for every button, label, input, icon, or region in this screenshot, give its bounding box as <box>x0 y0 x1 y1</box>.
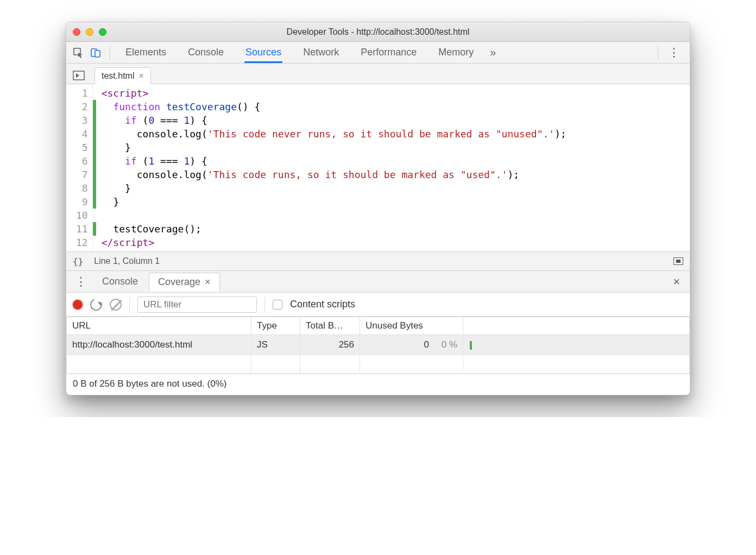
coverage-table: URL Type Total B… Unused Bytes http://lo… <box>66 317 690 374</box>
cell-type: JS <box>251 335 300 355</box>
cell-unused: 0 0 % <box>360 335 463 355</box>
cursor-position: Line 1, Column 1 <box>94 256 160 266</box>
file-tab-bar: test.html × <box>66 64 690 84</box>
tab-performance[interactable]: Performance <box>350 42 427 63</box>
tab-console[interactable]: Console <box>177 42 235 63</box>
tab-network[interactable]: Network <box>292 42 350 63</box>
code-line: } <box>102 195 566 209</box>
cell-total: 256 <box>300 335 360 355</box>
settings-menu-icon[interactable]: ⋮ <box>663 46 685 60</box>
file-tab-test-html[interactable]: test.html × <box>94 67 151 84</box>
code-line: console.log('This code never runs, so it… <box>102 127 566 141</box>
line-number: 5 <box>66 141 92 154</box>
close-icon[interactable]: × <box>138 71 143 81</box>
code-line: </script> <box>102 236 566 249</box>
line-number-gutter: 123456789101112 <box>66 84 93 251</box>
table-header-row: URL Type Total B… Unused Bytes <box>67 317 690 335</box>
line-number: 7 <box>66 168 92 181</box>
code-line: <script> <box>102 86 566 100</box>
line-number: 6 <box>66 154 92 168</box>
tab-elements[interactable]: Elements <box>115 42 177 63</box>
table-row[interactable]: http://localhost:3000/test.html JS 256 0… <box>67 335 690 355</box>
content-scripts-checkbox[interactable] <box>273 300 282 310</box>
toolbar-divider <box>129 297 130 312</box>
table-row <box>67 355 690 374</box>
code-line: function testCoverage() { <box>102 100 566 113</box>
svg-rect-2 <box>95 51 100 57</box>
code-line: } <box>102 181 566 195</box>
main-tabs: ElementsConsoleSourcesNetworkPerformance… <box>115 42 484 63</box>
device-toolbar-icon[interactable] <box>88 45 103 60</box>
drawer-tab-label: Coverage <box>158 276 200 288</box>
drawer-tab-coverage[interactable]: Coverage × <box>149 273 220 292</box>
toolbar-divider <box>264 297 265 312</box>
tab-memory[interactable]: Memory <box>427 42 484 63</box>
col-visual <box>463 317 690 335</box>
cell-url: http://localhost:3000/test.html <box>67 335 251 355</box>
tab-sources[interactable]: Sources <box>235 42 292 63</box>
code-area[interactable]: <script> function testCoverage() { if (0… <box>96 84 566 251</box>
editor-status-bar: {} Line 1, Column 1 <box>66 251 690 271</box>
show-navigator-icon[interactable] <box>71 67 87 84</box>
code-line <box>102 209 566 222</box>
toggle-drawer-icon[interactable] <box>673 257 683 265</box>
col-total-bytes[interactable]: Total B… <box>300 317 360 335</box>
source-editor[interactable]: 123456789101112 <script> function testCo… <box>66 84 690 251</box>
coverage-summary: 0 B of 256 B bytes are not used. (0%) <box>66 374 690 395</box>
clear-icon[interactable] <box>110 299 122 311</box>
col-url[interactable]: URL <box>67 317 251 335</box>
line-number: 4 <box>66 127 92 141</box>
cell-usage-bar <box>463 335 690 355</box>
code-line: if (1 === 1) { <box>102 154 566 168</box>
toolbar-divider <box>658 46 658 59</box>
drawer-tab-console[interactable]: Console <box>93 273 147 291</box>
inspect-element-icon[interactable] <box>71 45 86 60</box>
url-filter-input[interactable] <box>137 297 257 313</box>
toolbar-divider <box>110 46 110 59</box>
line-number: 8 <box>66 181 92 195</box>
record-button[interactable] <box>73 300 83 310</box>
col-unused-bytes[interactable]: Unused Bytes <box>360 317 463 335</box>
line-number: 1 <box>66 86 92 100</box>
devtools-window: Developer Tools - http://localhost:3000/… <box>66 22 690 395</box>
line-number: 2 <box>66 100 92 113</box>
line-number: 9 <box>66 195 92 209</box>
pretty-print-icon[interactable]: {} <box>73 256 83 267</box>
drawer-tab-bar: ⋮ Console Coverage × × <box>66 271 690 293</box>
code-line: console.log('This code runs, so it shoul… <box>102 168 566 181</box>
close-icon[interactable]: × <box>205 276 211 288</box>
coverage-toolbar: Content scripts <box>66 293 690 317</box>
line-number: 12 <box>66 236 92 249</box>
close-drawer-icon[interactable]: × <box>667 275 685 289</box>
drawer-menu-icon[interactable]: ⋮ <box>71 275 91 289</box>
code-line: testCoverage(); <box>102 222 566 236</box>
code-line: if (0 === 1) { <box>102 113 566 127</box>
code-line: } <box>102 141 566 154</box>
titlebar: Developer Tools - http://localhost:3000/… <box>66 22 690 42</box>
reload-icon[interactable] <box>88 297 104 312</box>
main-toolbar: ElementsConsoleSourcesNetworkPerformance… <box>66 42 690 64</box>
content-scripts-label: Content scripts <box>290 299 355 310</box>
line-number: 3 <box>66 113 92 127</box>
line-number: 11 <box>66 222 92 236</box>
window-title: Developer Tools - http://localhost:3000/… <box>66 27 690 37</box>
line-number: 10 <box>66 209 92 222</box>
col-type[interactable]: Type <box>251 317 300 335</box>
more-tabs-button[interactable]: » <box>484 46 501 59</box>
file-tab-label: test.html <box>102 71 134 81</box>
